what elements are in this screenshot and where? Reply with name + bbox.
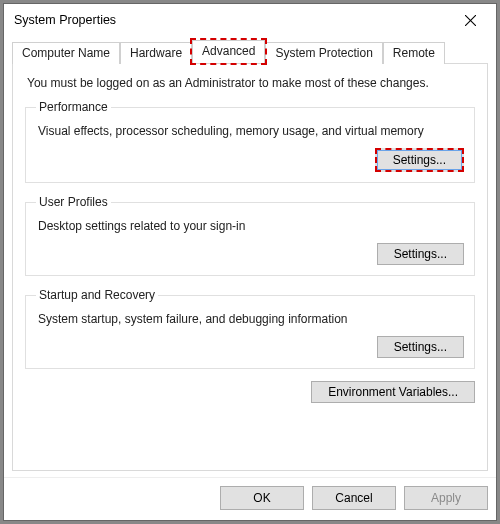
tab-panel-advanced: You must be logged on as an Administrato… [12, 63, 488, 471]
group-performance-legend: Performance [36, 100, 111, 114]
system-properties-window: System Properties Computer Name Hardware… [3, 3, 497, 521]
user-profiles-settings-button[interactable]: Settings... [377, 243, 464, 265]
close-button[interactable] [448, 6, 492, 34]
group-startup-recovery: Startup and Recovery System startup, sys… [25, 288, 475, 369]
group-performance: Performance Visual effects, processor sc… [25, 100, 475, 183]
tab-hardware[interactable]: Hardware [120, 42, 192, 64]
environment-variables-button[interactable]: Environment Variables... [311, 381, 475, 403]
user-profiles-desc: Desktop settings related to your sign-in [38, 219, 464, 233]
titlebar: System Properties [4, 4, 496, 36]
close-icon [465, 15, 476, 26]
cancel-button[interactable]: Cancel [312, 486, 396, 510]
tab-bar: Computer Name Hardware Advanced System P… [12, 40, 488, 63]
apply-button[interactable]: Apply [404, 486, 488, 510]
tab-advanced[interactable]: Advanced [192, 40, 265, 63]
tab-computer-name[interactable]: Computer Name [12, 42, 120, 64]
ok-button[interactable]: OK [220, 486, 304, 510]
startup-settings-button[interactable]: Settings... [377, 336, 464, 358]
group-user-profiles-legend: User Profiles [36, 195, 111, 209]
window-title: System Properties [14, 13, 448, 27]
startup-desc: System startup, system failure, and debu… [38, 312, 464, 326]
performance-desc: Visual effects, processor scheduling, me… [38, 124, 464, 138]
performance-settings-button[interactable]: Settings... [375, 148, 464, 172]
content-area: Computer Name Hardware Advanced System P… [4, 36, 496, 477]
intro-text: You must be logged on as an Administrato… [27, 76, 475, 90]
group-startup-legend: Startup and Recovery [36, 288, 158, 302]
tab-remote[interactable]: Remote [383, 42, 445, 64]
tab-system-protection[interactable]: System Protection [265, 42, 382, 64]
group-user-profiles: User Profiles Desktop settings related t… [25, 195, 475, 276]
dialog-footer: OK Cancel Apply [4, 477, 496, 520]
